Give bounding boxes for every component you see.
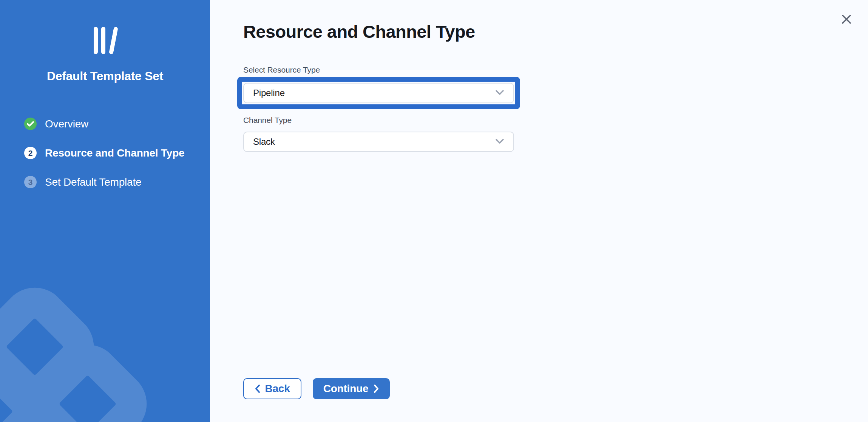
wizard-title: Default Template Set	[0, 69, 210, 83]
wizard-body: Resource and Channel Type Select Resourc…	[210, 0, 868, 422]
watermark-pattern	[0, 0, 210, 422]
step-number-badge: 2	[24, 147, 37, 159]
page-title: Resource and Channel Type	[243, 21, 475, 42]
step-complete-check-icon	[24, 118, 37, 130]
continue-button[interactable]: Continue	[313, 378, 390, 399]
channel-type-value: Slack	[253, 137, 275, 147]
resource-type-value: Pipeline	[253, 88, 285, 98]
step-label: Set Default Template	[45, 176, 141, 188]
chevron-left-icon	[255, 384, 260, 393]
chevron-down-icon	[495, 138, 504, 146]
wizard-footer-buttons: Back Continue	[243, 378, 390, 399]
resource-type-focus-ring: Pipeline	[237, 77, 520, 109]
back-button-label: Back	[265, 383, 290, 395]
back-button[interactable]: Back	[243, 378, 301, 399]
step-label: Overview	[45, 118, 88, 130]
channel-type-select[interactable]: Slack	[243, 132, 514, 152]
wizard-steps: Overview 2 Resource and Channel Type 3 S…	[24, 118, 184, 188]
chevron-down-icon	[495, 90, 504, 97]
channel-type-label: Channel Type	[243, 115, 292, 125]
step-set-default-template[interactable]: 3 Set Default Template	[24, 176, 184, 188]
step-number-badge: 3	[24, 176, 37, 188]
resource-type-select[interactable]: Pipeline	[243, 83, 514, 103]
continue-button-label: Continue	[323, 383, 369, 395]
app-logo-icon	[89, 26, 121, 56]
resource-type-label: Select Resource Type	[243, 65, 320, 75]
step-label: Resource and Channel Type	[45, 147, 184, 159]
step-overview[interactable]: Overview	[24, 118, 184, 130]
chevron-right-icon	[374, 384, 379, 393]
wizard-sidebar: Default Template Set Overview 2 Resource…	[0, 0, 210, 422]
step-resource-and-channel-type[interactable]: 2 Resource and Channel Type	[24, 147, 184, 159]
